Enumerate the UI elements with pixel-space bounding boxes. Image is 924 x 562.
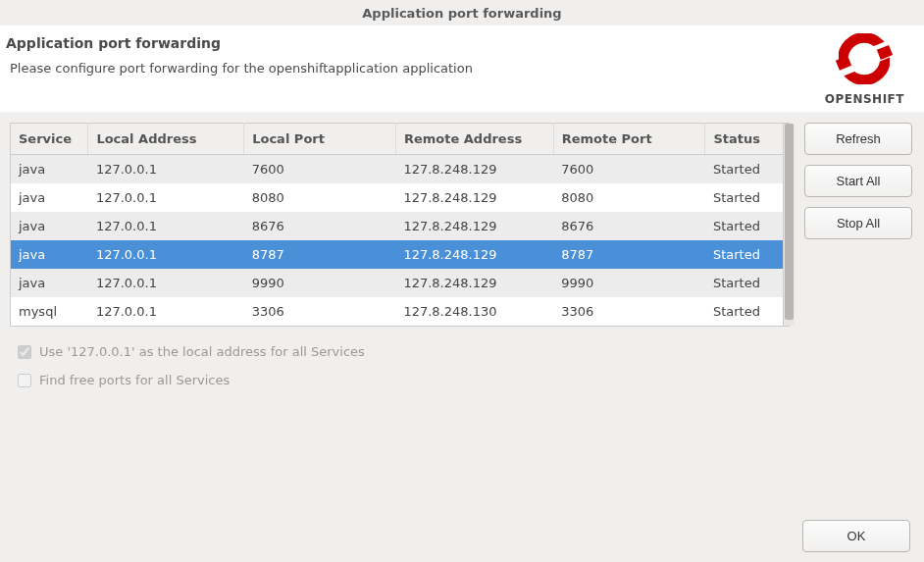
col-remote-address[interactable]: Remote Address (395, 124, 553, 155)
cell-service: java (11, 240, 88, 269)
section-description: Please configure port forwarding for the… (6, 61, 473, 76)
cell-remote-port: 9990 (553, 269, 705, 297)
cell-local-port: 9990 (244, 269, 396, 297)
cell-local-address: 127.0.0.1 (88, 183, 244, 212)
free-ports-checkbox (18, 374, 31, 387)
vertical-scrollbar[interactable] (783, 124, 795, 326)
col-local-port[interactable]: Local Port (244, 124, 396, 155)
window-title: Application port forwarding (0, 0, 924, 25)
cell-remote-port: 8080 (553, 183, 705, 212)
use-local-address-label: Use '127.0.0.1' as the local address for… (39, 344, 365, 359)
stop-all-button[interactable]: Stop All (804, 207, 912, 239)
use-local-address-checkbox (18, 345, 31, 359)
cell-local-address: 127.0.0.1 (88, 212, 244, 240)
header: Application port forwarding Please confi… (0, 25, 924, 113)
side-button-panel: Refresh Start All Stop All (804, 123, 912, 239)
table-header-row: Service Local Address Local Port Remote … (11, 124, 790, 155)
table-row[interactable]: java127.0.0.17600127.8.248.1297600Starte… (11, 155, 790, 184)
brand-text: OPENSHIFT (825, 92, 904, 106)
body: Service Local Address Local Port Remote … (0, 113, 924, 331)
cell-status: Started (705, 155, 790, 184)
port-forwarding-table-wrap: Service Local Address Local Port Remote … (10, 123, 795, 327)
cell-remote-port: 3306 (553, 297, 705, 327)
cell-remote-address: 127.8.248.129 (395, 155, 553, 184)
cell-local-address: 127.0.0.1 (88, 240, 244, 269)
cell-local-address: 127.0.0.1 (88, 155, 244, 184)
col-service[interactable]: Service (11, 124, 88, 155)
brand-block: OPENSHIFT (825, 29, 904, 106)
table-body: java127.0.0.17600127.8.248.1297600Starte… (11, 155, 790, 327)
cell-local-address: 127.0.0.1 (88, 269, 244, 297)
cell-remote-address: 127.8.248.129 (395, 212, 553, 240)
ok-button[interactable]: OK (802, 520, 910, 552)
table-row[interactable]: java127.0.0.18080127.8.248.1298080Starte… (11, 183, 790, 212)
cell-status: Started (705, 183, 790, 212)
col-status[interactable]: Status (705, 124, 790, 155)
free-ports-label: Find free ports for all Services (39, 373, 230, 387)
table-row[interactable]: mysql127.0.0.13306127.8.248.1303306Start… (11, 297, 790, 327)
cell-remote-port: 8787 (553, 240, 705, 269)
openshift-logo-icon (830, 29, 898, 88)
cell-local-port: 8080 (244, 183, 396, 212)
section-title: Application port forwarding (6, 35, 473, 61)
cell-service: java (11, 155, 88, 184)
cell-local-port: 8787 (244, 240, 396, 269)
cell-service: java (11, 269, 88, 297)
cell-service: java (11, 183, 88, 212)
cell-status: Started (705, 269, 790, 297)
col-local-address[interactable]: Local Address (88, 124, 244, 155)
scrollbar-thumb[interactable] (785, 124, 794, 320)
cell-remote-port: 8676 (553, 212, 705, 240)
options-panel: Use '127.0.0.1' as the local address for… (0, 331, 924, 387)
cell-remote-port: 7600 (553, 155, 705, 184)
footer: OK (802, 520, 910, 552)
start-all-button[interactable]: Start All (804, 165, 912, 197)
table-row[interactable]: java127.0.0.19990127.8.248.1299990Starte… (11, 269, 790, 297)
use-local-address-option: Use '127.0.0.1' as the local address for… (18, 344, 918, 359)
cell-status: Started (705, 240, 790, 269)
cell-remote-address: 127.8.248.129 (395, 269, 553, 297)
cell-service: java (11, 212, 88, 240)
svg-point-2 (844, 37, 886, 79)
header-text: Application port forwarding Please confi… (6, 29, 473, 76)
free-ports-option: Find free ports for all Services (18, 373, 918, 387)
cell-status: Started (705, 212, 790, 240)
cell-remote-address: 127.8.248.129 (395, 240, 553, 269)
col-remote-port[interactable]: Remote Port (553, 124, 705, 155)
refresh-button[interactable]: Refresh (804, 123, 912, 155)
cell-local-address: 127.0.0.1 (88, 297, 244, 327)
cell-remote-address: 127.8.248.130 (395, 297, 553, 327)
port-forwarding-table[interactable]: Service Local Address Local Port Remote … (10, 123, 790, 327)
table-row[interactable]: java127.0.0.18676127.8.248.1298676Starte… (11, 212, 790, 240)
cell-local-port: 3306 (244, 297, 396, 327)
cell-service: mysql (11, 297, 88, 327)
table-row[interactable]: java127.0.0.18787127.8.248.1298787Starte… (11, 240, 790, 269)
cell-status: Started (705, 297, 790, 327)
cell-local-port: 7600 (244, 155, 396, 184)
cell-remote-address: 127.8.248.129 (395, 183, 553, 212)
cell-local-port: 8676 (244, 212, 396, 240)
